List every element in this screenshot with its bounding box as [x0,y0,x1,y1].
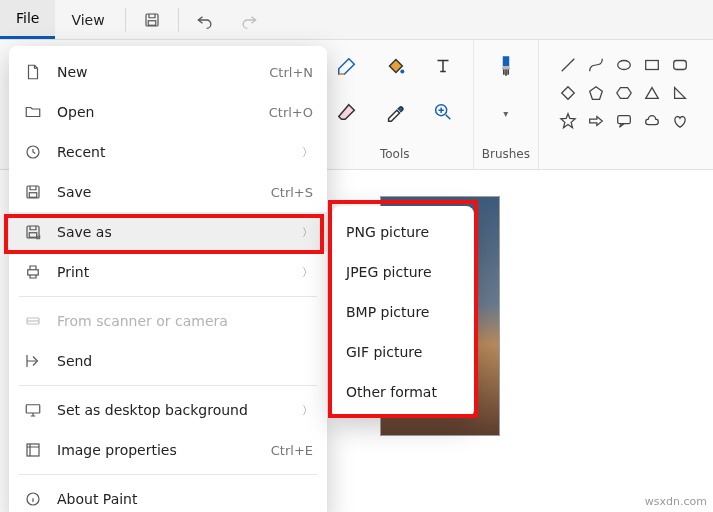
tools-group-label: Tools [380,147,410,165]
submenu-item-jpeg[interactable]: JPEG picture [332,252,474,292]
menu-item-label: Save [57,184,257,200]
chevron-right-icon: 〉 [302,403,313,418]
svg-rect-7 [674,61,687,70]
file-menu: New Ctrl+N Open Ctrl+O Recent 〉 Save Ctr… [9,46,327,512]
menu-shortcut: Ctrl+E [271,443,313,458]
menu-item-label: From scanner or camera [57,313,313,329]
file-tab[interactable]: File [0,0,55,39]
divider [125,8,126,32]
svg-rect-8 [618,116,631,124]
save-icon [23,182,43,202]
undo-button[interactable] [183,0,227,39]
color-picker-tool-icon[interactable] [375,94,415,130]
redo-button[interactable] [227,0,271,39]
menu-shortcut: Ctrl+O [269,105,313,120]
properties-icon [23,440,43,460]
menu-item-new[interactable]: New Ctrl+N [9,52,327,92]
shape-cloud-icon[interactable] [641,110,663,132]
menu-item-desktop-bg[interactable]: Set as desktop background 〉 [9,390,327,430]
menu-item-save-as[interactable]: Save as 〉 [9,212,327,252]
menu-item-label: Recent [57,144,288,160]
svg-rect-17 [27,444,39,456]
chevron-right-icon: 〉 [302,265,313,280]
info-icon [23,489,43,509]
menu-item-label: New [57,64,255,80]
shapes-group [539,40,713,169]
send-icon [23,351,43,371]
brushes-group-label: Brushes [482,147,530,165]
shape-heart-icon[interactable] [669,110,691,132]
divider [178,8,179,32]
shape-line-icon[interactable] [557,54,579,76]
menu-divider [19,296,317,297]
svg-point-2 [400,69,404,73]
menu-item-print[interactable]: Print 〉 [9,252,327,292]
tools-group: Tools [317,40,474,169]
shape-diamond-icon[interactable] [557,82,579,104]
submenu-item-bmp[interactable]: BMP picture [332,292,474,332]
shape-rect-icon[interactable] [641,54,663,76]
chevron-down-icon[interactable]: ▾ [503,106,508,119]
brush-tool-icon[interactable] [486,48,526,84]
shape-triangle-icon[interactable] [641,82,663,104]
print-icon [23,262,43,282]
menu-item-properties[interactable]: Image properties Ctrl+E [9,430,327,470]
menu-item-scanner: From scanner or camera [9,301,327,341]
shape-oval-icon[interactable] [613,54,635,76]
svg-rect-6 [646,61,659,70]
svg-rect-13 [29,233,37,238]
svg-point-5 [618,61,631,70]
view-tab[interactable]: View [55,0,120,39]
save-as-submenu: PNG picture JPEG picture BMP picture GIF… [332,206,474,418]
menu-shortcut: Ctrl+S [271,185,313,200]
shape-callout-icon[interactable] [613,110,635,132]
menu-shortcut: Ctrl+N [269,65,313,80]
menu-item-send[interactable]: Send [9,341,327,381]
shape-curve-icon[interactable] [585,54,607,76]
menu-item-about[interactable]: About Paint [9,479,327,512]
menu-item-recent[interactable]: Recent 〉 [9,132,327,172]
svg-rect-14 [28,270,39,275]
save-as-icon [23,222,43,242]
chevron-right-icon: 〉 [302,145,313,160]
submenu-item-gif[interactable]: GIF picture [332,332,474,372]
menu-item-label: Save as [57,224,288,240]
menu-item-label: Open [57,104,255,120]
menu-item-label: Set as desktop background [57,402,288,418]
menu-item-save[interactable]: Save Ctrl+S [9,172,327,212]
brushes-group: ▾ Brushes [474,40,539,169]
magnifier-tool-icon[interactable] [423,94,463,130]
submenu-item-other[interactable]: Other format [332,372,474,412]
svg-rect-16 [26,405,40,413]
text-tool-icon[interactable] [423,48,463,84]
new-icon [23,62,43,82]
shape-star-icon[interactable] [557,110,579,132]
menu-item-label: Print [57,264,288,280]
submenu-item-png[interactable]: PNG picture [332,212,474,252]
fill-tool-icon[interactable] [375,48,415,84]
menu-item-label: About Paint [57,491,313,507]
shape-arrow-right-icon[interactable] [585,110,607,132]
chevron-right-icon: 〉 [302,225,313,240]
svg-rect-4 [503,56,510,66]
menu-item-label: Send [57,353,313,369]
menubar: File View [0,0,713,40]
save-quick-button[interactable] [130,0,174,39]
svg-rect-11 [29,193,37,198]
menu-item-open[interactable]: Open Ctrl+O [9,92,327,132]
pencil-tool-icon[interactable] [327,48,367,84]
svg-rect-1 [148,20,156,25]
desktop-icon [23,400,43,420]
clock-icon [23,142,43,162]
shape-hexagon-icon[interactable] [613,82,635,104]
menu-divider [19,385,317,386]
shape-roundrect-icon[interactable] [669,54,691,76]
eraser-tool-icon[interactable] [327,94,367,130]
shape-pentagon-icon[interactable] [585,82,607,104]
menu-item-label: Image properties [57,442,257,458]
folder-icon [23,102,43,122]
scanner-icon [23,311,43,331]
watermark: wsxdn.com [645,495,707,508]
menu-divider [19,474,317,475]
shape-right-triangle-icon[interactable] [669,82,691,104]
